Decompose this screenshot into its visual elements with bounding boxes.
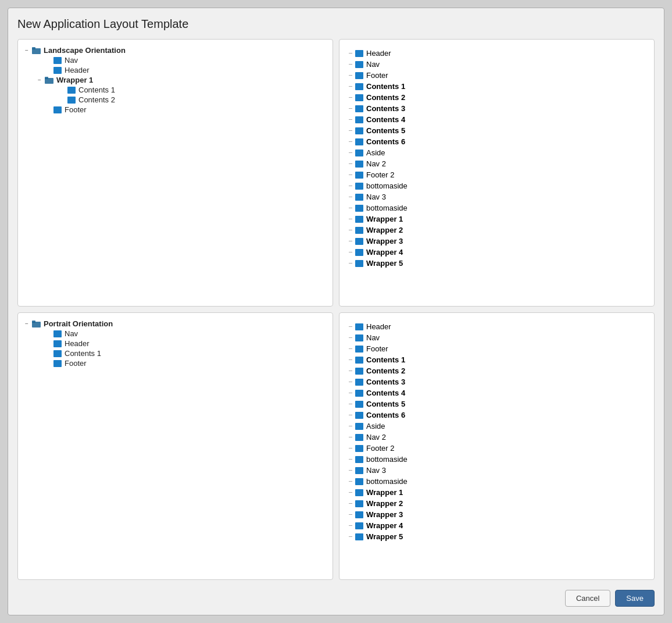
file-icon: [355, 411, 364, 419]
list-item-label: Contents 4: [366, 115, 405, 124]
list-item[interactable]: bottomaside: [344, 476, 649, 487]
list-item[interactable]: Contents 2: [344, 92, 649, 103]
list-item[interactable]: Nav 3: [344, 465, 649, 476]
list-item[interactable]: Contents 4: [344, 387, 649, 398]
list-item[interactable]: Nav 2: [344, 432, 649, 443]
svg-rect-17: [355, 138, 363, 145]
list-item[interactable]: Contents 3: [344, 376, 649, 387]
landscape-root-label: Landscape Orientation: [44, 46, 126, 55]
tree-node-header[interactable]: Header: [23, 65, 328, 75]
ruler-mark: [346, 345, 352, 353]
list-item[interactable]: Wrapper 2: [344, 498, 649, 509]
ruler-mark: [346, 237, 352, 245]
expand-icon-portrait[interactable]: −: [23, 320, 31, 328]
ruler-mark: [346, 478, 352, 486]
svg-rect-9: [355, 50, 363, 57]
list-item[interactable]: Wrapper 3: [344, 236, 649, 247]
list-item[interactable]: Contents 2: [344, 365, 649, 376]
list-item[interactable]: Aside: [344, 421, 649, 432]
file-icon: [355, 60, 364, 69]
ruler-mark: [346, 533, 352, 541]
svg-rect-47: [355, 456, 363, 463]
top-right-panel-wrapper: HeaderNavFooterContents 1Contents 2Conte…: [339, 39, 655, 307]
list-item[interactable]: Contents 6: [344, 410, 649, 421]
list-item[interactable]: Contents 5: [344, 125, 649, 136]
list-item[interactable]: Footer 2: [344, 169, 649, 180]
svg-rect-46: [355, 445, 363, 452]
svg-rect-36: [355, 334, 363, 341]
list-item[interactable]: Wrapper 1: [344, 213, 649, 225]
file-icon-footer-portrait: [53, 359, 62, 368]
file-icon: [355, 171, 364, 179]
list-item[interactable]: Contents 6: [344, 136, 649, 147]
expand-icon-wrapper1[interactable]: −: [35, 76, 44, 84]
list-item[interactable]: Footer: [344, 343, 649, 354]
file-icon: [355, 389, 364, 397]
list-item[interactable]: Footer 2: [344, 443, 649, 454]
list-item[interactable]: Wrapper 1: [344, 487, 649, 498]
cancel-button[interactable]: Cancel: [565, 590, 610, 607]
list-item-label: Wrapper 4: [366, 248, 403, 257]
file-icon: [355, 215, 364, 223]
list-item-label: bottomaside: [366, 477, 408, 486]
tree-root-landscape[interactable]: − Landscape Orientation: [23, 45, 328, 55]
svg-rect-3: [53, 67, 62, 74]
list-item[interactable]: Nav 2: [344, 158, 649, 169]
list-item[interactable]: Wrapper 2: [344, 225, 649, 236]
file-icon: [355, 511, 364, 519]
list-item[interactable]: Contents 5: [344, 398, 649, 410]
list-item-label: Contents 2: [366, 366, 405, 375]
list-item[interactable]: Nav 3: [344, 191, 649, 202]
list-item[interactable]: Wrapper 4: [344, 520, 649, 531]
tree-root-portrait[interactable]: − Portrait Orientation: [23, 319, 328, 329]
list-item[interactable]: bottomaside: [344, 180, 649, 191]
list-item-label: Contents 1: [366, 82, 405, 91]
list-item[interactable]: Wrapper 5: [344, 258, 649, 269]
list-item[interactable]: Header: [344, 321, 649, 332]
list-item[interactable]: Footer: [344, 70, 649, 81]
bottom-right-panel: HeaderNavFooterContents 1Contents 2Conte…: [344, 319, 649, 544]
list-item[interactable]: Wrapper 4: [344, 247, 649, 258]
file-icon: [355, 83, 364, 91]
svg-rect-1: [32, 47, 35, 49]
tree-node-nav[interactable]: Nav: [23, 55, 328, 65]
ruler-mark: [346, 127, 352, 135]
svg-rect-44: [355, 423, 363, 430]
tree-node-footer-portrait[interactable]: Footer: [23, 358, 328, 368]
list-item-label: Contents 5: [366, 400, 405, 408]
list-item[interactable]: Wrapper 5: [344, 531, 649, 542]
list-item[interactable]: Contents 1: [344, 81, 649, 92]
list-item[interactable]: Header: [344, 48, 649, 59]
ruler-mark: [346, 334, 352, 342]
save-button[interactable]: Save: [615, 590, 655, 607]
list-item[interactable]: Aside: [344, 147, 649, 158]
file-icon: [355, 422, 364, 430]
list-item[interactable]: bottomaside: [344, 454, 649, 465]
ruler-mark: [346, 411, 352, 419]
list-item-label: Wrapper 4: [366, 521, 403, 530]
list-item[interactable]: Nav: [344, 332, 649, 343]
list-item[interactable]: Nav: [344, 59, 649, 70]
list-item[interactable]: Contents 1: [344, 354, 649, 365]
list-item-label: Wrapper 2: [366, 226, 403, 234]
list-item-label: Aside: [366, 148, 385, 157]
list-item[interactable]: Contents 3: [344, 103, 649, 114]
svg-rect-37: [355, 346, 363, 353]
list-item[interactable]: Contents 4: [344, 114, 649, 125]
list-item[interactable]: bottomaside: [344, 202, 649, 213]
expand-icon-landscape[interactable]: −: [23, 47, 31, 55]
list-item[interactable]: Wrapper 3: [344, 509, 649, 520]
list-item-label: Aside: [366, 422, 385, 430]
list-item-label: Wrapper 2: [366, 499, 403, 508]
tree-node-footer-landscape[interactable]: Footer: [23, 105, 328, 115]
tree-node-contents2[interactable]: Contents 2: [23, 95, 328, 105]
tree-node-contents1[interactable]: Contents 1: [23, 85, 328, 95]
tree-node-nav-portrait[interactable]: Nav: [23, 329, 328, 339]
ruler-mark: [346, 60, 352, 69]
file-icon: [355, 259, 364, 268]
tree-node-header-portrait[interactable]: Header: [23, 339, 328, 348]
list-item-label: Contents 1: [366, 355, 405, 364]
tree-node-wrapper1[interactable]: − Wrapper 1: [23, 75, 328, 85]
tree-node-contents1-portrait[interactable]: Contents 1: [23, 348, 328, 358]
ruler-mark: [346, 511, 352, 519]
